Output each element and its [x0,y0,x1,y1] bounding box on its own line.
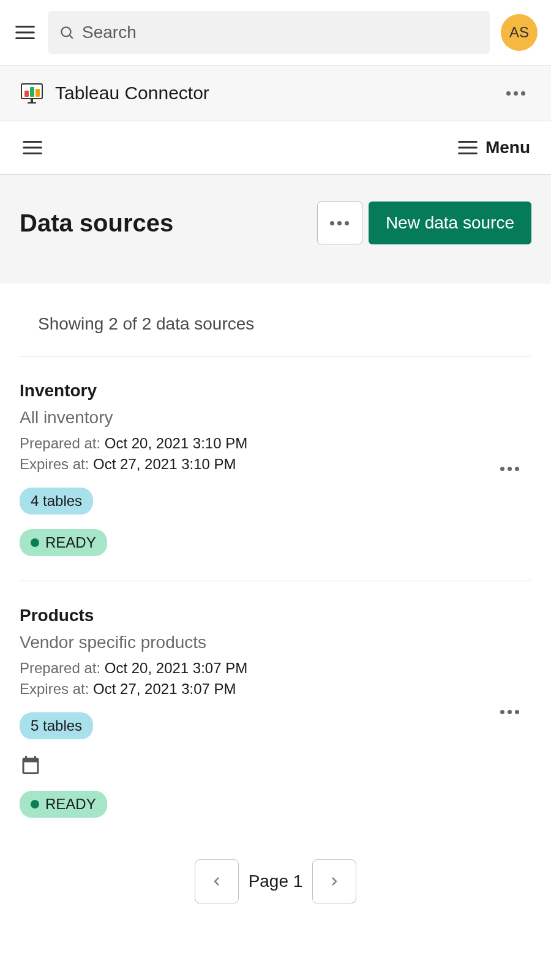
data-source-actions [488,705,531,719]
data-source-content: Products Vendor specific products Prepar… [20,606,488,818]
pagination: Page 1 [20,842,531,921]
app-title-left: Tableau Connector [21,83,209,104]
app-title: Tableau Connector [55,83,209,104]
svg-line-4 [70,36,73,39]
schedule-icon [20,754,42,776]
page-label: Page 1 [249,872,303,891]
prepared-label: Prepared at: [20,660,105,676]
app-title-bar: Tableau Connector [0,65,551,121]
expires-value: Oct 27, 2021 3:07 PM [93,680,236,697]
app-more-button[interactable] [501,86,530,100]
hamburger-icon [21,136,44,159]
data-source-row: Products Vendor specific products Prepar… [20,581,531,842]
menu-label: Menu [485,138,530,157]
search-icon [59,24,75,40]
hamburger-icon [456,136,479,159]
row-more-button[interactable] [495,462,524,476]
data-source-actions [488,462,531,476]
prepared-label: Prepared at: [20,435,105,451]
page-title: Data sources [20,209,173,237]
svg-point-3 [61,27,70,36]
row-more-button[interactable] [495,705,524,719]
data-source-expires: Expires at: Oct 27, 2021 3:10 PM [20,456,488,473]
count-text: Showing 2 of 2 data sources [20,314,531,356]
tables-badge: 5 tables [20,712,93,739]
top-header: AS [0,0,551,65]
expires-label: Expires at: [20,680,93,697]
new-data-source-button[interactable]: New data source [369,202,531,244]
prepared-value: Oct 20, 2021 3:07 PM [105,660,247,676]
avatar[interactable]: AS [501,14,538,51]
data-source-row: Inventory All inventory Prepared at: Oct… [20,356,531,581]
page-more-button[interactable] [317,202,362,244]
more-dots-icon [325,216,354,230]
data-source-prepared: Prepared at: Oct 20, 2021 3:10 PM [20,435,488,452]
data-source-subtitle: Vendor specific products [20,633,488,652]
data-source-title[interactable]: Inventory [20,381,488,401]
data-source-content: Inventory All inventory Prepared at: Oct… [20,381,488,556]
tables-badge: 4 tables [20,488,93,514]
prepared-value: Oct 20, 2021 3:10 PM [105,435,247,451]
chevron-right-icon [327,874,342,889]
next-page-button[interactable] [312,859,356,903]
prev-page-button[interactable] [195,859,239,903]
data-source-subtitle: All inventory [20,408,488,428]
hamburger-icon [13,21,37,44]
data-source-title[interactable]: Products [20,606,488,625]
secondary-bar: Menu [0,121,551,175]
app-icon [21,83,43,103]
search-input[interactable] [82,23,479,42]
page-header: Data sources New data source [0,175,551,284]
hamburger-menu-button[interactable] [13,21,37,44]
chevron-left-icon [209,874,224,889]
expires-label: Expires at: [20,456,93,472]
content: Showing 2 of 2 data sources Inventory Al… [0,284,551,933]
page-actions: New data source [317,202,531,244]
search-box[interactable] [48,11,490,54]
status-badge: READY [20,529,107,556]
expires-value: Oct 27, 2021 3:10 PM [93,456,236,472]
menu-button[interactable]: Menu [456,136,530,159]
secondary-hamburger-button[interactable] [21,136,44,159]
status-badge: READY [20,791,107,818]
data-source-prepared: Prepared at: Oct 20, 2021 3:07 PM [20,660,488,677]
data-source-expires: Expires at: Oct 27, 2021 3:07 PM [20,680,488,698]
